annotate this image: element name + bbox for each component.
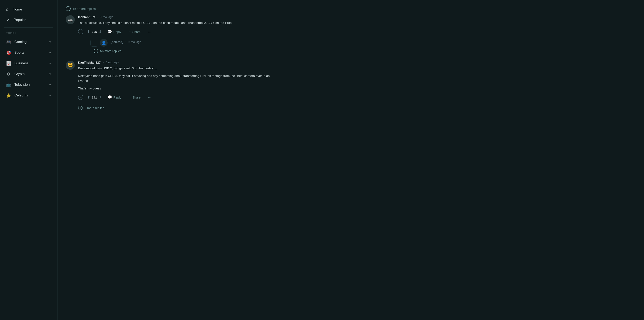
avatar-lachlanhunt: 🦡 [66,15,75,24]
avatar-dantheman827: 🐱 [66,61,75,70]
nested-more-replies-lachlanhunt[interactable]: + 56 more replies [94,47,275,53]
sidebar-item-television[interactable]: 📺 Television ∨ [0,79,57,90]
comment-text-dantheman827: Base model gets USB 2, pro gets usb 3 or… [78,66,275,91]
sidebar-item-sports[interactable]: 🎯 Sports ∨ [0,47,57,58]
crypto-icon: ⚙ [6,72,11,77]
popular-icon: ↗ [6,18,10,23]
reply-button-2[interactable]: 💬 Reply [105,94,123,101]
avatar-deleted: 👤 [100,39,108,47]
nested-comment-deleted: 👤 [deleted] • 6 mo. ago [90,39,275,47]
chevron-down-icon: ∨ [49,94,51,97]
vote-count-2: 141 [92,96,97,99]
topics-section-label: TOPICS [0,31,57,37]
home-icon: ⌂ [6,7,8,12]
collapse-button[interactable]: − [78,29,84,34]
dot-separator-2: • [126,40,126,44]
gaming-icon: 🎮 [6,40,11,44]
sidebar-item-home[interactable]: ⌂ Home [0,4,57,15]
dot-separator-3: • [103,61,104,64]
comment-dantheman827: 🐱 DanTheMan827 • 6 mo. ago Base model ge… [66,61,275,110]
share-label: Share [132,30,140,34]
share-button[interactable]: ↑ Share [127,29,142,35]
share-icon-2: ↑ [129,95,131,100]
comment-body-lachlanhunt: lachlanhunt • 6 mo. ago That's ridiculou… [78,15,275,53]
downvote-button-2[interactable]: ⬇ [98,95,102,100]
reply-icon-2: 💬 [108,95,112,100]
share-label-2: Share [132,96,140,99]
sidebar-home-label: Home [13,8,22,12]
vote-group: ⬆ 605 ⬇ [87,29,102,34]
comment-header-dantheman827: DanTheMan827 • 6 mo. ago [78,61,275,64]
sidebar-gaming-label: Gaming [14,40,27,44]
sidebar-item-popular[interactable]: ↗ Popular [0,15,57,25]
chevron-down-icon: ∨ [49,73,51,76]
chevron-down-icon: ∨ [49,51,51,54]
business-icon: 📈 [6,61,11,66]
username-lachlanhunt: lachlanhunt [78,15,95,19]
sidebar: ⌂ Home ↗ Popular TOPICS 🎮 Gaming ∨ 🎯 Spo… [0,0,58,320]
reply-button[interactable]: 💬 Reply [105,28,123,35]
comment-time-deleted: 6 mo. ago [128,40,141,44]
sidebar-divider [4,27,53,28]
reply-icon: 💬 [108,29,112,34]
sidebar-television-label: Television [14,83,30,87]
comment-actions-lachlanhunt: − ⬆ 605 ⬇ 💬 Reply ↑ Share ··· [78,28,275,35]
sidebar-celebrity-label: Celebrity [14,93,28,97]
nested-more-replies-text-2: 2 more replies [84,106,104,110]
reply-label-2: Reply [113,96,121,99]
sidebar-item-gaming[interactable]: 🎮 Gaming ∨ [0,37,57,47]
more-options-button[interactable]: ··· [146,28,153,35]
username-deleted: [deleted] [110,40,124,44]
vote-group-2: ⬆ 141 ⬇ [87,95,102,100]
upvote-button-2[interactable]: ⬆ [87,95,90,100]
top-more-replies-text: 157 more replies [73,7,96,11]
comments-container: + 157 more replies 🦡 lachlanhunt • 6 mo.… [58,0,284,120]
top-more-replies[interactable]: + 157 more replies [66,4,275,15]
upvote-button[interactable]: ⬆ [87,29,90,34]
chevron-down-icon: ∨ [49,62,51,65]
username-dantheman827: DanTheMan827 [78,61,100,64]
comment-body-dantheman827: DanTheMan827 • 6 mo. ago Base model gets… [78,61,275,110]
collapse-button-2[interactable]: − [78,95,84,100]
comment-time-lachlanhunt: 6 mo. ago [100,16,113,19]
chevron-down-icon: ∨ [49,41,51,44]
expand-icon: + [66,6,71,11]
share-icon: ↑ [129,30,131,34]
nested-more-replies-text: 56 more replies [100,49,121,53]
sports-icon: 🎯 [6,50,11,55]
more-options-button-2[interactable]: ··· [146,94,153,101]
dot-separator: • [97,16,98,19]
sidebar-sports-label: Sports [14,51,24,55]
share-button-2[interactable]: ↑ Share [127,94,142,101]
comment-text-lachlanhunt: That's ridiculous. They should at least … [78,20,275,26]
downvote-button[interactable]: ⬇ [98,29,102,34]
expand-nested-icon-2: + [78,106,82,110]
comment-actions-dantheman827: − ⬆ 141 ⬇ 💬 Reply ↑ Share ··· [78,94,275,101]
comment-header-lachlanhunt: lachlanhunt • 6 mo. ago [78,15,275,19]
sidebar-popular-label: Popular [14,18,26,22]
comment-header-deleted: [deleted] • 6 mo. ago [110,40,141,44]
reply-curve [90,41,96,47]
nested-reply-content: 👤 [deleted] • 6 mo. ago [90,39,275,47]
television-icon: 📺 [6,82,11,87]
expand-nested-icon: + [94,49,98,53]
sidebar-item-business[interactable]: 📈 Business ∨ [0,58,57,69]
celebrity-icon: ⭐ [6,93,11,98]
comment-time-dantheman827: 6 mo. ago [106,61,118,64]
sidebar-item-crypto[interactable]: ⚙ Crypto ∨ [0,69,57,79]
reply-label: Reply [113,30,121,34]
sidebar-business-label: Business [14,61,28,65]
vote-count: 605 [92,30,97,34]
comment-lachlanhunt: 🦡 lachlanhunt • 6 mo. ago That's ridicul… [66,15,275,53]
sidebar-item-celebrity[interactable]: ⭐ Celebrity ∨ [0,90,57,101]
main-content: + 157 more replies 🦡 lachlanhunt • 6 mo.… [58,0,644,320]
nested-more-replies-dantheman827[interactable]: + 2 more replies [78,104,275,110]
comment-text-para-1: Base model gets USB 2, pro gets usb 3 or… [78,66,275,71]
sidebar-crypto-label: Crypto [14,72,25,76]
comment-text-para-2: Next year, base gets USB 3, they call it… [78,73,275,84]
comment-text-para-3: That's my guess [78,86,275,91]
chevron-down-icon: ∨ [49,83,51,86]
